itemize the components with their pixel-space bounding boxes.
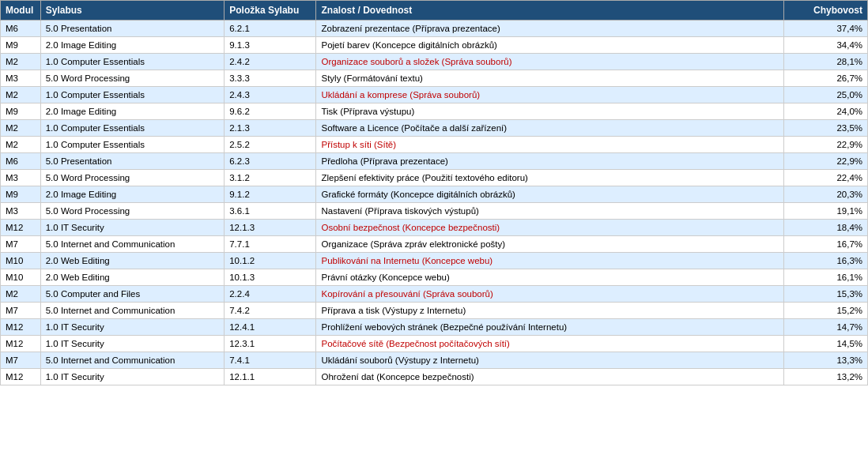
cell-znalost: Nastavení (Příprava tiskových výstupů) — [316, 203, 784, 220]
cell-znalost: Styly (Formátování textu) — [316, 70, 784, 87]
table-row: M121.0 IT Security12.1.3Osobní bezpečnos… — [1, 220, 868, 236]
cell-znalost: Přístup k síti (Sítě) — [316, 137, 784, 153]
cell-chybovost: 24,0% — [784, 103, 868, 120]
cell-sylabus: 1.0 Computer Essentials — [40, 87, 225, 103]
header-sylabus: Sylabus — [40, 1, 225, 21]
cell-znalost: Prohlížení webových stránek (Bezpečné po… — [316, 319, 784, 336]
table-row: M35.0 Word Processing3.1.2Zlepšení efekt… — [1, 170, 868, 186]
cell-modul: M10 — [1, 269, 41, 286]
cell-chybovost: 22,9% — [784, 153, 868, 170]
table-row: M75.0 Internet and Communication7.4.1Ukl… — [1, 352, 868, 369]
table-row: M121.0 IT Security12.3.1Počítačové sítě … — [1, 336, 868, 352]
cell-chybovost: 15,3% — [784, 286, 868, 303]
cell-znalost: Zlepšení efektivity práce (Použití texto… — [316, 170, 784, 186]
table-row: M21.0 Computer Essentials2.4.2Organizace… — [1, 54, 868, 70]
cell-modul: M2 — [1, 87, 41, 103]
cell-sylabus: 2.0 Web Editing — [40, 269, 225, 286]
cell-polozka: 2.2.4 — [225, 286, 316, 303]
cell-modul: M3 — [1, 70, 41, 87]
cell-modul: M10 — [1, 253, 41, 269]
cell-chybovost: 34,4% — [784, 37, 868, 54]
cell-znalost: Počítačové sítě (Bezpečnost počítačových… — [316, 336, 784, 352]
cell-znalost: Kopírování a přesouvání (Správa souborů) — [316, 286, 784, 303]
cell-modul: M2 — [1, 137, 41, 153]
cell-polozka: 12.1.3 — [225, 220, 316, 236]
cell-polozka: 7.4.1 — [225, 352, 316, 369]
cell-polozka: 6.2.3 — [225, 153, 316, 170]
cell-znalost: Ukládání souborů (Výstupy z Internetu) — [316, 352, 784, 369]
cell-polozka: 2.4.2 — [225, 54, 316, 70]
cell-znalost: Organizace souborů a složek (Správa soub… — [316, 54, 784, 70]
cell-sylabus: 2.0 Web Editing — [40, 253, 225, 269]
cell-sylabus: 5.0 Presentation — [40, 21, 225, 37]
table-row: M21.0 Computer Essentials2.4.3Ukládání a… — [1, 87, 868, 103]
cell-modul: M12 — [1, 319, 41, 336]
cell-znalost: Grafické formáty (Koncepce digitálních o… — [316, 186, 784, 203]
cell-modul: M7 — [1, 236, 41, 253]
cell-chybovost: 18,4% — [784, 220, 868, 236]
cell-modul: M7 — [1, 352, 41, 369]
cell-znalost: Organizace (Správa zpráv elektronické po… — [316, 236, 784, 253]
cell-polozka: 2.4.3 — [225, 87, 316, 103]
cell-chybovost: 22,9% — [784, 137, 868, 153]
cell-sylabus: 5.0 Internet and Communication — [40, 303, 225, 319]
cell-znalost: Příprava a tisk (Výstupy z Internetu) — [316, 303, 784, 319]
cell-modul: M7 — [1, 303, 41, 319]
cell-znalost: Ukládání a komprese (Správa souborů) — [316, 87, 784, 103]
cell-chybovost: 16,1% — [784, 269, 868, 286]
cell-modul: M9 — [1, 103, 41, 120]
cell-polozka: 9.6.2 — [225, 103, 316, 120]
cell-modul: M2 — [1, 286, 41, 303]
cell-polozka: 10.1.3 — [225, 269, 316, 286]
cell-chybovost: 28,1% — [784, 54, 868, 70]
table-row: M65.0 Presentation6.2.3Předloha (Příprav… — [1, 153, 868, 170]
cell-znalost: Právní otázky (Koncepce webu) — [316, 269, 784, 286]
cell-polozka: 9.1.2 — [225, 186, 316, 203]
cell-znalost: Tisk (Příprava výstupu) — [316, 103, 784, 120]
cell-polozka: 12.3.1 — [225, 336, 316, 352]
cell-sylabus: 1.0 IT Security — [40, 319, 225, 336]
cell-chybovost: 14,5% — [784, 336, 868, 352]
cell-znalost: Publikování na Internetu (Koncepce webu) — [316, 253, 784, 269]
cell-sylabus: 5.0 Word Processing — [40, 70, 225, 87]
cell-polozka: 12.1.1 — [225, 369, 316, 385]
table-row: M25.0 Computer and Files2.2.4Kopírování … — [1, 286, 868, 303]
cell-chybovost: 14,7% — [784, 319, 868, 336]
table-row: M121.0 IT Security12.1.1Ohrožení dat (Ko… — [1, 369, 868, 385]
cell-polozka: 6.2.1 — [225, 21, 316, 37]
header-polozka: Položka Sylabu — [225, 1, 316, 21]
cell-sylabus: 1.0 Computer Essentials — [40, 54, 225, 70]
cell-znalost: Pojetí barev (Koncepce digitálních obráz… — [316, 37, 784, 54]
cell-chybovost: 37,4% — [784, 21, 868, 37]
cell-sylabus: 5.0 Computer and Files — [40, 286, 225, 303]
cell-polozka: 9.1.3 — [225, 37, 316, 54]
cell-polozka: 3.1.2 — [225, 170, 316, 186]
cell-modul: M2 — [1, 120, 41, 137]
cell-sylabus: 1.0 Computer Essentials — [40, 120, 225, 137]
cell-modul: M3 — [1, 170, 41, 186]
cell-sylabus: 5.0 Word Processing — [40, 170, 225, 186]
table-row: M75.0 Internet and Communication7.4.2Pří… — [1, 303, 868, 319]
cell-modul: M6 — [1, 21, 41, 37]
cell-chybovost: 16,3% — [784, 253, 868, 269]
cell-sylabus: 5.0 Internet and Communication — [40, 352, 225, 369]
table-row: M102.0 Web Editing10.1.2Publikování na I… — [1, 253, 868, 269]
cell-sylabus: 1.0 IT Security — [40, 220, 225, 236]
cell-chybovost: 22,4% — [784, 170, 868, 186]
table-row: M21.0 Computer Essentials2.1.3Software a… — [1, 120, 868, 137]
cell-polozka: 2.5.2 — [225, 137, 316, 153]
cell-chybovost: 20,3% — [784, 186, 868, 203]
cell-modul: M12 — [1, 336, 41, 352]
cell-modul: M12 — [1, 220, 41, 236]
table-row: M102.0 Web Editing10.1.3Právní otázky (K… — [1, 269, 868, 286]
cell-chybovost: 25,0% — [784, 87, 868, 103]
table-row: M92.0 Image Editing9.1.3Pojetí barev (Ko… — [1, 37, 868, 54]
cell-sylabus: 2.0 Image Editing — [40, 37, 225, 54]
cell-modul: M9 — [1, 37, 41, 54]
table-row: M21.0 Computer Essentials2.5.2Přístup k … — [1, 137, 868, 153]
cell-sylabus: 2.0 Image Editing — [40, 186, 225, 203]
table-row: M92.0 Image Editing9.6.2Tisk (Příprava v… — [1, 103, 868, 120]
cell-chybovost: 23,5% — [784, 120, 868, 137]
cell-modul: M6 — [1, 153, 41, 170]
cell-modul: M12 — [1, 369, 41, 385]
